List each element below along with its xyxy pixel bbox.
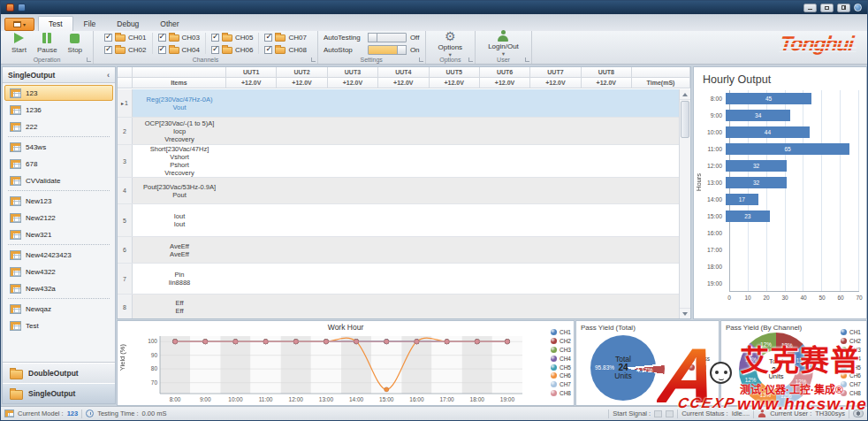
segment-label-ch7: 12% — [780, 392, 792, 398]
sidebar-section-doubleoutput[interactable]: DoubleOutput — [3, 363, 115, 383]
legend-item-ch5: CH5 — [551, 363, 571, 371]
table-header-row: Items+12.0V+12.0V+12.0V+12.0V+12.0V+12.0… — [118, 78, 690, 88]
y-axis-label: Yield (%) — [118, 344, 126, 371]
channel-checkbox-ch02[interactable]: CH02 — [104, 45, 146, 54]
minimize-button[interactable] — [803, 4, 817, 12]
hour-tick-label: 13:00 — [699, 180, 726, 186]
current-status-value: Idle.... — [732, 410, 750, 417]
view-icon[interactable] — [853, 410, 864, 417]
dialog-launcher-icon[interactable] — [525, 57, 529, 62]
channel-checkbox-ch04[interactable]: CH04 — [158, 45, 200, 54]
sidebar-item-new123[interactable]: New123 — [4, 193, 113, 209]
ch3-legend-icon — [841, 347, 847, 353]
sidebar-header[interactable]: SingleOutput ‹ — [3, 67, 115, 83]
auto-stop-state: On — [410, 46, 420, 54]
pause-button[interactable]: Pause — [32, 32, 63, 55]
application-menu-button[interactable]: ▾ — [4, 18, 34, 31]
ch7-legend-icon — [551, 381, 557, 387]
options-button[interactable]: Options ▼ — [431, 30, 470, 57]
stop-button[interactable]: Stop — [63, 33, 88, 55]
vertical-scrollbar[interactable] — [679, 89, 690, 318]
sidebar-item-cvvalidate[interactable]: CVValidate — [4, 172, 113, 188]
folder-icon — [222, 34, 232, 42]
model-grid-icon — [10, 122, 21, 132]
sidebar-item-678[interactable]: 678 — [4, 156, 113, 172]
table-header: UUT1UUT2UUT3UUT4UUT5UUT6UUT7UUT8Items+12… — [118, 67, 690, 88]
bar-row: 11:0065 — [699, 141, 859, 157]
scroll-up-button[interactable] — [680, 89, 690, 100]
x-axis-tick: 70 — [856, 295, 862, 301]
sidebar-item-222[interactable]: 222 — [4, 119, 113, 134]
sidebar-item-new4322[interactable]: New4322 — [4, 264, 113, 279]
sidebar-sections: DoubleOutputSingleOutput — [3, 362, 115, 403]
auto-stop-toggle[interactable] — [368, 45, 407, 55]
hourly-output-panel: Hourly Output 8:00459:003410:004411:0065… — [693, 66, 867, 319]
sidebar-item-123[interactable]: 123 — [4, 85, 113, 101]
sidebar-item-newqaz[interactable]: Newqaz — [4, 301, 113, 317]
table-row-6[interactable]: 6AveEffAveEff — [118, 237, 679, 264]
sidebar-item-new42423423[interactable]: New42423423 — [4, 247, 113, 263]
legend-item-ch7: CH7 — [841, 380, 861, 389]
channel-checkbox-ch08[interactable]: CH08 — [264, 45, 306, 54]
channel-checkbox-ch01[interactable]: CH01 — [104, 33, 146, 42]
sidebar-item-test[interactable]: Test — [4, 318, 113, 333]
dialog-launcher-icon[interactable] — [419, 57, 423, 62]
segment-label-ch2: 13% — [781, 341, 793, 348]
legend-item-ch5: CH5 — [841, 363, 861, 371]
table-row-2[interactable]: 2OCP[230Vac/-(1 to 5)A]IocpVrecovery — [118, 118, 679, 145]
x-axis-tick: 0 — [727, 295, 731, 301]
bar-value-label: 44 — [765, 129, 771, 135]
svg-text:13:00: 13:00 — [319, 396, 334, 402]
collapse-icon[interactable]: ‹ — [107, 71, 110, 80]
tab-file[interactable]: File — [73, 16, 107, 31]
help-icon[interactable] — [854, 4, 862, 11]
ribbon-tab-row: ▾ TestFileDebugOther — [1, 14, 867, 31]
channel-checkbox-ch07[interactable]: CH07 — [264, 33, 306, 42]
scrollbar-thumb[interactable] — [681, 101, 689, 138]
tab-debug[interactable]: Debug — [106, 16, 149, 31]
legend-item-ch2: CH2 — [841, 337, 861, 346]
checkbox-icon — [211, 46, 219, 54]
start-button[interactable]: Start — [6, 32, 32, 55]
table-row-8[interactable]: 8EffEff — [118, 295, 679, 318]
sidebar-item-new321[interactable]: New321 — [4, 226, 113, 242]
channel-checkbox-ch06[interactable]: CH06 — [211, 45, 253, 54]
sidebar-item-new432a[interactable]: New432a — [4, 280, 113, 296]
table-row-7[interactable]: 7PinIin8888 — [118, 264, 679, 295]
scroll-down-button[interactable] — [680, 308, 690, 318]
row-number: 2 — [118, 118, 133, 144]
model-grid-icon — [10, 250, 21, 260]
auto-testing-toggle[interactable] — [368, 33, 407, 42]
channel-checkbox-ch03[interactable]: CH03 — [158, 33, 200, 42]
bar-row: 14:0017 — [699, 191, 859, 208]
app-icon[interactable] — [6, 4, 14, 11]
table-row-5[interactable]: 5IoutIout — [118, 204, 679, 237]
table-row-4[interactable]: 4Pout[230Vac/53Hz-0.9A]Pout — [118, 178, 679, 204]
dialog-launcher-icon[interactable] — [468, 57, 473, 62]
tab-test[interactable]: Test — [38, 16, 73, 31]
layout-button[interactable] — [837, 4, 850, 12]
ribbon-tabs: TestFileDebugOther — [38, 16, 190, 31]
dialog-launcher-icon[interactable] — [87, 57, 91, 62]
model-grid-icon — [10, 304, 21, 314]
sidebar-item-new2122[interactable]: New2122 — [4, 210, 113, 226]
sidebar-item-1236[interactable]: 1236 — [4, 102, 113, 118]
column-header-uut3: UUT3 — [328, 67, 378, 78]
quick-access-icon[interactable] — [18, 4, 26, 11]
current-status-label: Current Status : — [681, 410, 728, 417]
tab-other[interactable]: Other — [149, 16, 189, 31]
restore-button[interactable] — [820, 4, 834, 12]
channel-checkbox-ch05[interactable]: CH05 — [211, 33, 253, 42]
login-out-button[interactable]: Login/Out ▼ — [481, 30, 526, 57]
table-row-1[interactable]: ▸1Reg(230Vac/47Hz-0A)Vout — [118, 89, 679, 118]
current-user-value: TH300sys — [815, 410, 845, 417]
table-row-3[interactable]: 3Short[230Vac/47Hz]VshortPshortVrecovery — [118, 145, 679, 178]
checkbox-icon — [158, 34, 166, 42]
sidebar-item-543ws[interactable]: 543ws — [4, 139, 113, 155]
sidebar-section-singleoutput[interactable]: SingleOutput — [3, 383, 115, 403]
dialog-launcher-icon[interactable] — [311, 57, 316, 62]
pause-icon — [42, 33, 51, 43]
model-grid-icon — [4, 410, 14, 417]
bar-11-00: 65 — [726, 143, 849, 155]
time-header: Time(mS) — [632, 78, 690, 88]
